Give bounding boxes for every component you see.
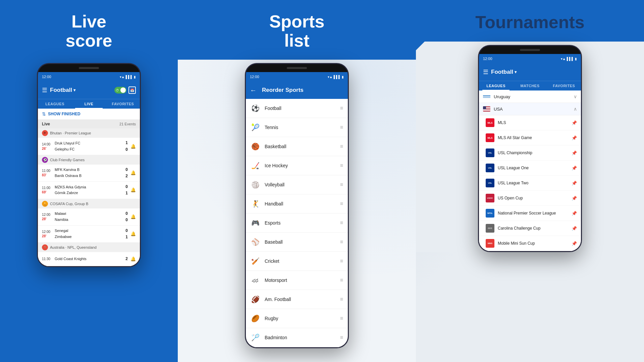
- reorder-handle[interactable]: ≡: [340, 277, 343, 283]
- pin-icon-ccc[interactable]: 📌: [572, 226, 577, 231]
- pin-icon-mls[interactable]: 📌: [572, 120, 577, 125]
- league-row-uslc[interactable]: USL USL Championship 📌: [479, 145, 581, 161]
- sport-row-tennis[interactable]: 🎾 Tennis ≡: [246, 118, 348, 137]
- dropdown-arrow-3[interactable]: ▾: [515, 70, 517, 74]
- sport-row-rugby[interactable]: 🏉 Rugby ≡: [246, 309, 348, 328]
- match-scores: 1 0: [125, 140, 128, 153]
- sport-row-basketball[interactable]: 🏀 Basketball ≡: [246, 137, 348, 156]
- reorder-handle[interactable]: ≡: [340, 201, 343, 207]
- league-row-ccc[interactable]: CCC Carolina Challenge Cup 📌: [479, 221, 581, 236]
- volleyball-icon: 🏐: [251, 180, 260, 189]
- show-finished-btn[interactable]: ⇅ SHOW FINISHED: [38, 109, 140, 120]
- sport-row-badminton[interactable]: 🏸 Badminton ≡: [246, 328, 348, 347]
- match-row[interactable]: 11:00 83' MFK Karvina B Baník Ostrava B …: [38, 165, 140, 182]
- tab-matches-3[interactable]: MATCHES: [513, 81, 547, 90]
- tennis-icon: 🎾: [251, 123, 260, 132]
- reorder-title: Reorder Sports: [262, 87, 344, 94]
- app-bar-1: ☰ Football ▾ ⏱ 📅: [38, 81, 140, 99]
- sport-name-badminton: Badminton: [265, 335, 335, 340]
- hamburger-icon-3[interactable]: ☰: [483, 68, 488, 76]
- reorder-handle[interactable]: ≡: [340, 163, 343, 169]
- sport-row-cricket[interactable]: 🏏 Cricket ≡: [246, 252, 348, 271]
- reorder-handle[interactable]: ≡: [340, 105, 343, 111]
- football-icon: ⚽: [251, 104, 260, 113]
- pin-icon-mms[interactable]: 📌: [572, 241, 577, 246]
- reorder-handle[interactable]: ≡: [340, 315, 343, 321]
- tab-leagues-1[interactable]: LEAGUES: [38, 99, 72, 109]
- sport-row-football[interactable]: ⚽ Football ≡: [246, 99, 348, 118]
- phone-notch-1: [38, 64, 140, 72]
- sport-name-esports: Esports: [265, 220, 335, 226]
- sport-row-volleyball[interactable]: 🏐 Volleyball ≡: [246, 175, 348, 194]
- icehockey-icon: 🏒: [251, 161, 260, 170]
- bell-icon[interactable]: 🔔: [130, 214, 136, 220]
- league-row-npsl[interactable]: NPSL National Premier Soccer League 📌: [479, 206, 581, 221]
- match-row[interactable]: 11:00 69' MZKS Arka Gdynia Górnik Zabrze…: [38, 182, 140, 199]
- league-row-usl1[interactable]: USL USL League One 📌: [479, 161, 581, 176]
- bell-icon[interactable]: 🔔: [130, 231, 136, 237]
- status-bar-1: 12:00 ▾▲ ▌▌▌ ▮: [38, 72, 140, 81]
- sport-row-amfootball[interactable]: 🏈 Am. Football ≡: [246, 290, 348, 309]
- hamburger-icon-1[interactable]: ☰: [42, 86, 47, 94]
- sport-row-handball[interactable]: 🤾 Handball ≡: [246, 194, 348, 214]
- pin-icon-usoc[interactable]: 📌: [572, 196, 577, 201]
- reorder-handle[interactable]: ≡: [340, 220, 343, 226]
- sport-name-basketball: Basketball: [265, 144, 335, 149]
- bell-icon[interactable]: 🔔: [130, 144, 136, 149]
- league-row-mms[interactable]: MMS Mobile Mini Sun Cup 📌: [479, 236, 581, 251]
- league-row-usl2[interactable]: USL USL League Two 📌: [479, 176, 581, 191]
- bell-icon[interactable]: 🔔: [130, 187, 136, 193]
- team-name: Zimbabwe: [55, 234, 123, 240]
- pin-icon-npsl[interactable]: 📌: [572, 211, 577, 216]
- reorder-handle[interactable]: ≡: [340, 335, 343, 341]
- live-toggle[interactable]: ⏱: [114, 87, 126, 94]
- wifi-icon: ▾▲: [120, 75, 125, 79]
- calendar-icon-1[interactable]: 📅: [128, 86, 136, 94]
- section2-header: Sportslist: [178, 0, 416, 60]
- pin-icon-mlsasg[interactable]: 📌: [572, 135, 577, 140]
- match-row[interactable]: 12:00 28' Senegal Zimbabwe 0 1 🔔: [38, 226, 140, 243]
- tab-favorites-3[interactable]: FAVORITES: [547, 81, 581, 90]
- match-row[interactable]: 11:30 Gold Coast Knights 2 🔔: [38, 252, 140, 266]
- match-teams: Druk Lhayul FC Gelephu FC: [53, 140, 125, 152]
- sport-row-esports[interactable]: 🎮 Esports ≡: [246, 214, 348, 233]
- league-logo-npsl: NPSL: [486, 209, 494, 218]
- dropdown-arrow-1[interactable]: ▾: [73, 88, 75, 93]
- sport-name-rugby: Rugby: [265, 316, 335, 321]
- group-name-friendly: Club Friendly Games: [50, 158, 85, 162]
- country-uruguay[interactable]: Uruguay ∨: [479, 90, 581, 103]
- reorder-handle[interactable]: ≡: [340, 182, 343, 188]
- league-row-mlsasg[interactable]: MLS MLS All Star Game 📌: [479, 130, 581, 145]
- pin-icon-usl2[interactable]: 📌: [572, 181, 577, 186]
- sport-name-amfootball: Am. Football: [265, 297, 335, 302]
- reorder-handle[interactable]: ≡: [340, 143, 343, 149]
- tab-favorites-1[interactable]: FAVORITES: [106, 99, 140, 109]
- match-row[interactable]: 14:00 26' Druk Lhayul FC Gelephu FC 1 0 …: [38, 138, 140, 155]
- phone-frame-2: 12:00 ▾▲ ▌▌▌ ▮ ← Reorder Sports: [245, 63, 349, 348]
- bell-icon[interactable]: 🔔: [130, 256, 136, 262]
- sport-row-motorsport[interactable]: 🏎 Motorsport ≡: [246, 271, 348, 290]
- reorder-handle[interactable]: ≡: [340, 258, 343, 264]
- reorder-handle[interactable]: ≡: [340, 124, 343, 130]
- reorder-handle[interactable]: ≡: [340, 239, 343, 245]
- section1-header: Live score: [59, 0, 119, 60]
- match-teams: Malawi Namibia: [53, 211, 125, 223]
- match-row[interactable]: 12:00 28' Malawi Namibia 0 0 🔔: [38, 208, 140, 226]
- match-scores: 2: [125, 256, 128, 262]
- reorder-handle[interactable]: ≡: [340, 296, 343, 302]
- score: 0: [125, 210, 128, 217]
- sport-row-baseball[interactable]: ⚾ Baseball ≡: [246, 233, 348, 252]
- sport-row-icehockey[interactable]: 🏒 Ice Hockey ≡: [246, 156, 348, 175]
- bell-icon[interactable]: 🔔: [130, 170, 136, 176]
- tab-leagues-3[interactable]: LEAGUES: [479, 81, 513, 90]
- pin-icon-usl1[interactable]: 📌: [572, 166, 577, 171]
- pin-icon-uslc[interactable]: 📌: [572, 150, 577, 156]
- league-row-usoc[interactable]: USOC US Open Cup 📌: [479, 191, 581, 206]
- notch-bar: [79, 67, 99, 69]
- tab-live-1[interactable]: LIVE: [72, 99, 106, 109]
- country-usa[interactable]: USA ∧: [479, 103, 581, 115]
- chevron-up-icon: ∧: [574, 106, 577, 112]
- league-row-mls[interactable]: MLS MLS 📌: [479, 115, 581, 130]
- back-arrow[interactable]: ←: [250, 86, 257, 94]
- team-name: Gelephu FC: [55, 146, 123, 153]
